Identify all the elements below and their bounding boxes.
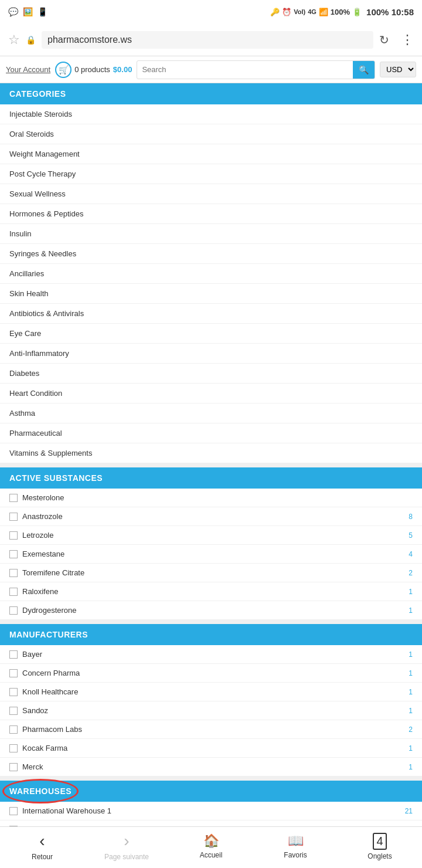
category-item[interactable]: Syringes & Needles [0, 244, 422, 264]
manufacturers-section: MANUFACTURERS Bayer 1 Concern Pharma 1 K… [0, 624, 422, 776]
warehouses-title: WAREHOUSES [9, 786, 72, 796]
image-icon: 🖼️ [23, 7, 33, 16]
category-item[interactable]: Post Cycle Therapy [0, 164, 422, 184]
battery-pct: 100% [331, 8, 350, 16]
favorites-icon: 📖 [288, 833, 304, 849]
checkbox[interactable] [9, 569, 18, 577]
filter-item[interactable]: Kocak Farma 1 [0, 739, 422, 758]
phone-icon: 📱 [38, 7, 47, 16]
category-item[interactable]: Diabetes [0, 364, 422, 384]
vol-indicator: Vol) [294, 8, 305, 15]
battery-icon: 🔋 [352, 8, 362, 16]
url-bar[interactable]: pharmacomstore.ws [42, 31, 373, 49]
checkbox[interactable] [9, 763, 18, 771]
filter-item[interactable]: Concern Pharma 1 [0, 664, 422, 683]
forward-label: Page suivante [104, 853, 149, 861]
category-item[interactable]: Anti-Inflammatory [0, 344, 422, 364]
filter-item[interactable]: Pharmacom Labs 2 [0, 720, 422, 739]
filter-item[interactable]: Mesterolone [0, 489, 422, 507]
search-button[interactable]: 🔍 [353, 61, 375, 79]
category-item[interactable]: Hormones & Peptides [0, 204, 422, 224]
back-icon: ‹ [39, 832, 45, 850]
checkbox[interactable] [9, 807, 18, 815]
category-item[interactable]: Ancillaries [0, 264, 422, 284]
checkbox[interactable] [9, 669, 18, 677]
account-link[interactable]: Your Account [6, 65, 50, 74]
checkbox[interactable] [9, 588, 18, 596]
cart-icon[interactable]: 🛒 [55, 62, 72, 78]
favorite-icon[interactable]: ☆ [8, 32, 20, 48]
network-4g: 4G [308, 8, 316, 15]
tabs-label: Onglets [367, 852, 392, 860]
cart-price: $0.00 [113, 65, 132, 74]
filter-item[interactable]: Exemestane 4 [0, 545, 422, 564]
filter-item[interactable]: Knoll Healthcare 1 [0, 683, 422, 701]
cart-area[interactable]: 🛒 0 products $0.00 [55, 62, 132, 78]
category-item[interactable]: Vitamins & Supplements [0, 443, 422, 463]
home-icon: 🏠 [203, 833, 219, 849]
warehouses-header: WAREHOUSES [0, 781, 422, 802]
checkbox[interactable] [9, 744, 18, 752]
category-item[interactable]: Eye Care [0, 324, 422, 344]
filter-item[interactable]: International Warehouse 1 21 [0, 802, 422, 820]
search-area[interactable]: 🔍 [137, 60, 375, 79]
tabs-icon: 4 [373, 833, 386, 850]
content-area: CATEGORIES Injectable Steroids Oral Ster… [0, 83, 422, 868]
nav-home[interactable]: 🏠 Accueil [188, 833, 234, 859]
top-nav: Your Account 🛒 0 products $0.00 🔍 USD EU… [0, 56, 422, 83]
categories-header: CATEGORIES [0, 83, 422, 104]
nav-back[interactable]: ‹ Retour [19, 832, 66, 861]
filter-item[interactable]: Toremifene Citrate 2 [0, 564, 422, 582]
categories-section: CATEGORIES Injectable Steroids Oral Ster… [0, 83, 422, 463]
status-right: 🔑 ⏰ Vol) 4G 📶 100% 🔋 100% 10:58 [270, 7, 414, 17]
filter-item[interactable]: Dydrogesterone 1 [0, 601, 422, 619]
category-item[interactable]: Insulin [0, 224, 422, 244]
checkbox[interactable] [9, 707, 18, 715]
bottom-nav: ‹ Retour › Page suivante 🏠 Accueil 📖 Fav… [0, 826, 422, 868]
category-item[interactable]: Weight Management [0, 144, 422, 164]
category-item[interactable]: Skin Health [0, 284, 422, 304]
time-display: 100% 10:58 [366, 7, 414, 17]
cart-products-count: 0 products [74, 65, 110, 74]
clock-icon: ⏰ [282, 8, 291, 16]
category-item[interactable]: Asthma [0, 404, 422, 423]
browser-bar: ☆ 🔒 pharmacomstore.ws ↻ ⋮ [0, 23, 422, 56]
nav-forward[interactable]: › Page suivante [103, 832, 150, 861]
lock-icon: 🔒 [26, 35, 36, 45]
filter-item[interactable]: Sandoz 1 [0, 701, 422, 720]
checkbox[interactable] [9, 550, 18, 558]
currency-select[interactable]: USD EUR GBP [380, 62, 416, 77]
checkbox[interactable] [9, 725, 18, 734]
browser-menu-icon[interactable]: ⋮ [401, 32, 414, 48]
category-item[interactable]: Oral Steroids [0, 124, 422, 144]
filter-item[interactable]: Raloxifene 1 [0, 582, 422, 601]
filter-item[interactable]: Bayer 1 [0, 645, 422, 664]
category-item[interactable]: Pharmaceutical [0, 423, 422, 443]
checkbox[interactable] [9, 494, 18, 502]
filter-item[interactable]: Letrozole 5 [0, 526, 422, 545]
checkbox[interactable] [9, 513, 18, 521]
category-item[interactable]: Sexual Wellness [0, 184, 422, 204]
favorites-label: Favoris [284, 851, 307, 859]
reload-icon[interactable]: ↻ [379, 33, 389, 47]
status-left-icons: 💬 🖼️ 📱 [8, 7, 47, 16]
checkbox[interactable] [9, 606, 18, 615]
category-item[interactable]: Injectable Steroids [0, 104, 422, 124]
nav-tabs[interactable]: 4 Onglets [356, 833, 403, 860]
forward-icon: › [124, 832, 129, 850]
signal-icon: 📶 [319, 8, 328, 16]
nav-favorites[interactable]: 📖 Favoris [272, 833, 319, 859]
back-label: Retour [32, 853, 53, 861]
category-item[interactable]: Heart Condition [0, 384, 422, 404]
category-item[interactable]: Antibiotics & Antivirals [0, 304, 422, 324]
manufacturers-header: MANUFACTURERS [0, 624, 422, 645]
active-substances-section: ACTIVE SUBSTANCES Mesterolone Anastrozol… [0, 467, 422, 619]
search-input[interactable] [137, 63, 353, 76]
home-label: Accueil [200, 851, 223, 859]
filter-item[interactable]: Merck 1 [0, 758, 422, 776]
checkbox[interactable] [9, 531, 18, 540]
status-bar: 💬 🖼️ 📱 🔑 ⏰ Vol) 4G 📶 100% 🔋 100% 10:58 [0, 0, 422, 23]
checkbox[interactable] [9, 688, 18, 696]
filter-item[interactable]: Anastrozole 8 [0, 507, 422, 526]
checkbox[interactable] [9, 650, 18, 659]
